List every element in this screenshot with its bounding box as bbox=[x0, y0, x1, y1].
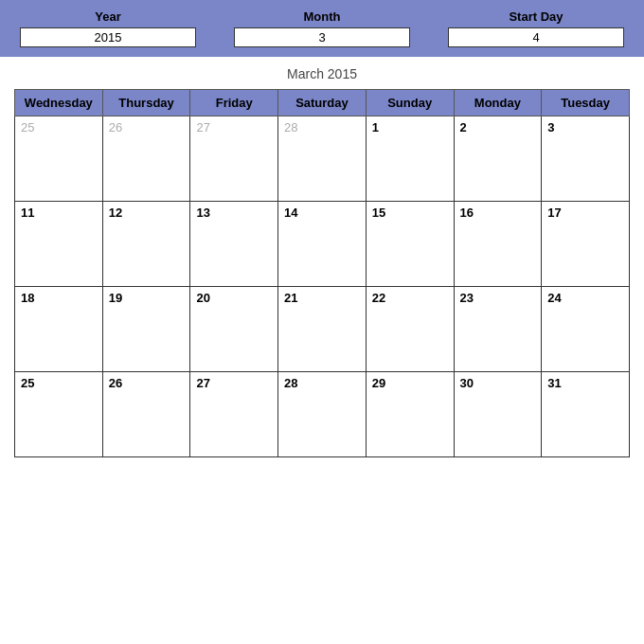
calendar-cell[interactable]: 25 bbox=[15, 116, 103, 202]
calendar-cell[interactable]: 12 bbox=[102, 202, 190, 287]
top-bar: Year Month Start Day bbox=[0, 0, 644, 57]
calendar-cell[interactable]: 1 bbox=[366, 116, 454, 202]
calendar-cell[interactable]: 29 bbox=[366, 372, 454, 457]
calendar-cell[interactable]: 30 bbox=[454, 372, 542, 457]
calendar-cell[interactable]: 27 bbox=[190, 116, 278, 202]
day-header-thursday: Thursday bbox=[102, 90, 190, 116]
calendar-cell[interactable]: 21 bbox=[278, 287, 367, 372]
calendar-cell[interactable]: 25 bbox=[15, 372, 103, 457]
month-label: Month bbox=[304, 9, 341, 24]
calendar-container: March 2015 WednesdayThursdayFridaySaturd… bbox=[0, 57, 644, 467]
day-header-saturday: Saturday bbox=[278, 90, 367, 116]
day-header-tuesday: Tuesday bbox=[542, 90, 630, 116]
calendar-cell[interactable]: 22 bbox=[366, 287, 454, 372]
day-header-wednesday: Wednesday bbox=[15, 90, 103, 116]
week-row-1: 25262728123 bbox=[15, 116, 630, 202]
calendar-cell[interactable]: 28 bbox=[278, 116, 367, 202]
calendar-cell[interactable]: 11 bbox=[15, 202, 103, 287]
week-row-2: 11121314151617 bbox=[15, 202, 630, 287]
calendar-table: WednesdayThursdayFridaySaturdaySundayMon… bbox=[14, 89, 630, 457]
calendar-cell[interactable]: 26 bbox=[102, 372, 190, 457]
calendar-cell[interactable]: 18 bbox=[15, 287, 103, 372]
calendar-cell[interactable]: 3 bbox=[542, 116, 630, 202]
year-control: Year bbox=[20, 9, 196, 47]
calendar-cell[interactable]: 15 bbox=[366, 202, 454, 287]
day-header-monday: Monday bbox=[454, 90, 542, 116]
calendar-cell[interactable]: 17 bbox=[542, 202, 630, 287]
calendar-cell[interactable]: 23 bbox=[454, 287, 542, 372]
week-row-4: 25262728293031 bbox=[15, 372, 630, 457]
calendar-cell[interactable]: 16 bbox=[454, 202, 542, 287]
calendar-cell[interactable]: 14 bbox=[278, 202, 367, 287]
calendar-cell[interactable]: 20 bbox=[190, 287, 278, 372]
year-input[interactable] bbox=[20, 27, 196, 47]
calendar-cell[interactable]: 19 bbox=[102, 287, 190, 372]
calendar-cell[interactable]: 28 bbox=[278, 372, 367, 457]
month-control: Month bbox=[234, 9, 410, 47]
calendar-cell[interactable]: 24 bbox=[542, 287, 630, 372]
calendar-cell[interactable]: 13 bbox=[190, 202, 278, 287]
calendar-body: 2526272812311121314151617181920212223242… bbox=[15, 116, 630, 457]
calendar-cell[interactable]: 2 bbox=[454, 116, 542, 202]
calendar-cell[interactable]: 27 bbox=[190, 372, 278, 457]
day-header-friday: Friday bbox=[190, 90, 278, 116]
startday-input[interactable] bbox=[448, 27, 624, 47]
month-input[interactable] bbox=[234, 27, 410, 47]
calendar-cell[interactable]: 31 bbox=[542, 372, 630, 457]
startday-control: Start Day bbox=[448, 9, 624, 47]
startday-label: Start Day bbox=[509, 9, 563, 24]
calendar-cell[interactable]: 26 bbox=[102, 116, 190, 202]
calendar-header: WednesdayThursdayFridaySaturdaySundayMon… bbox=[15, 90, 630, 116]
day-header-sunday: Sunday bbox=[366, 90, 454, 116]
calendar-title: March 2015 bbox=[14, 66, 630, 81]
week-row-3: 18192021222324 bbox=[15, 287, 630, 372]
year-label: Year bbox=[95, 9, 120, 24]
header-row: WednesdayThursdayFridaySaturdaySundayMon… bbox=[15, 90, 630, 116]
